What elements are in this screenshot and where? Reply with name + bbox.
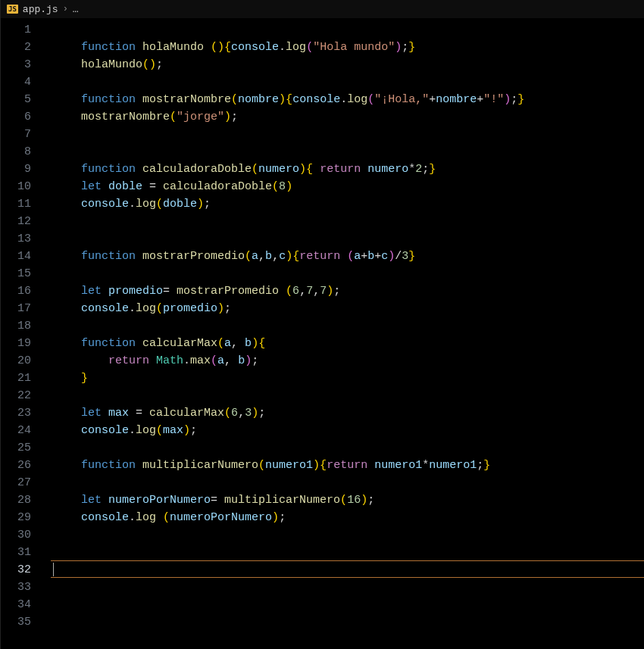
line-number-gutter[interactable]: 1234567891011121314151617181920212223242… (1, 18, 51, 649)
line-number[interactable]: 19 (1, 335, 51, 352)
breadcrumb[interactable]: JS app.js › … (1, 0, 644, 18)
line-number[interactable]: 18 (1, 317, 51, 335)
line-number[interactable]: 10 (1, 178, 51, 195)
code-line[interactable]: function calculadoraDoble(numero){ retur… (51, 161, 644, 178)
line-number[interactable]: 31 (1, 544, 51, 561)
code-line[interactable] (51, 560, 644, 578)
token-kw: function (81, 41, 142, 54)
code-line[interactable]: mostrarNombre("jorge"); (51, 108, 644, 126)
chevron-right-icon: › (63, 4, 68, 14)
token-p1: ) (252, 407, 258, 420)
line-number[interactable]: 32 (1, 561, 51, 579)
line-number[interactable]: 13 (1, 230, 51, 248)
line-number[interactable]: 34 (1, 596, 51, 613)
line-number[interactable]: 28 (1, 491, 51, 509)
code-line[interactable]: console.log(max); (51, 422, 644, 439)
line-number[interactable]: 14 (1, 248, 51, 265)
line-number[interactable]: 20 (1, 352, 51, 370)
code-line[interactable]: function mostrarNombre(nombre){console.l… (51, 91, 644, 108)
token-ret: return (320, 163, 367, 176)
code-line[interactable] (51, 612, 644, 629)
token-p1: { (306, 163, 313, 176)
code-line[interactable]: function holaMundo (){console.log("Hola … (51, 39, 644, 56)
line-number[interactable]: 5 (1, 91, 51, 108)
line-number[interactable]: 33 (1, 579, 51, 596)
code-line[interactable]: let promedio= mostrarPromedio (6,7,7); (51, 282, 644, 300)
code-line[interactable] (51, 317, 644, 335)
token-w (313, 163, 320, 176)
code-line[interactable]: let max = calcularMax(6,3); (51, 404, 644, 422)
token-w: . (340, 93, 347, 106)
code-line[interactable] (51, 265, 644, 282)
code-line[interactable]: let doble = calculadoraDoble(8) (51, 178, 644, 195)
token-p1: ( (252, 163, 258, 176)
line-number[interactable]: 21 (1, 370, 51, 387)
code-line[interactable]: holaMundo(); (51, 56, 644, 73)
code-line[interactable] (51, 594, 644, 612)
code-line[interactable]: function calcularMax(a, b){ (51, 335, 644, 352)
line-number[interactable]: 25 (1, 439, 51, 457)
line-number[interactable]: 6 (1, 108, 51, 126)
line-number[interactable]: 7 (1, 126, 51, 143)
line-number[interactable]: 30 (1, 526, 51, 544)
line-number[interactable]: 15 (1, 265, 51, 282)
token-w: ; (422, 163, 429, 176)
line-number[interactable]: 11 (1, 195, 51, 213)
code-line[interactable] (51, 73, 644, 91)
breadcrumb-rest[interactable]: … (73, 4, 79, 15)
code-line[interactable] (51, 439, 644, 457)
code-line[interactable] (51, 387, 644, 404)
line-number[interactable]: 29 (1, 509, 51, 526)
code-line[interactable] (51, 474, 644, 491)
code-line[interactable] (51, 577, 644, 594)
line-number[interactable]: 3 (1, 56, 51, 73)
line-number[interactable]: 22 (1, 387, 51, 404)
code-line[interactable]: console.log(doble); (51, 195, 644, 213)
token-w: + (361, 250, 367, 263)
line-number[interactable]: 8 (1, 143, 51, 161)
line-number[interactable]: 12 (1, 213, 51, 230)
code-line[interactable] (51, 143, 644, 161)
code-line[interactable]: return Math.max(a, b); (51, 352, 644, 370)
token-num: 3 (245, 407, 252, 420)
line-number[interactable]: 1 (1, 21, 51, 39)
line-number[interactable]: 4 (1, 73, 51, 91)
token-p2: ) (245, 354, 252, 367)
line-number[interactable]: 27 (1, 474, 51, 491)
code-line[interactable] (51, 213, 644, 230)
token-w: . (183, 354, 190, 367)
line-number[interactable]: 35 (1, 613, 51, 631)
token-p2: ( (306, 41, 313, 54)
code-line[interactable]: console.log (numeroPorNumero); (51, 509, 644, 526)
code-line[interactable] (51, 230, 644, 248)
code-lines[interactable]: function holaMundo (){console.log("Hola … (51, 18, 644, 649)
code-line[interactable]: function multiplicarNumero(numero1){retu… (51, 457, 644, 474)
code-line[interactable]: function mostrarPromedio(a,b,c){return (… (51, 248, 644, 265)
token-id: numero1 (429, 459, 477, 472)
token-p1: ) (327, 285, 333, 298)
code-line[interactable] (51, 544, 644, 561)
line-number[interactable]: 26 (1, 457, 51, 474)
breadcrumb-file[interactable]: app.js (23, 4, 58, 15)
code-line[interactable] (51, 526, 644, 544)
line-number[interactable]: 2 (1, 39, 51, 56)
line-number[interactable]: 16 (1, 282, 51, 300)
code-line[interactable]: console.log(promedio); (51, 300, 644, 317)
line-number[interactable]: 9 (1, 161, 51, 178)
code-line[interactable]: let numeroPorNumero= multiplicarNumero(1… (51, 491, 644, 509)
line-number[interactable]: 24 (1, 422, 51, 439)
code-line[interactable] (51, 21, 644, 39)
token-id: a (252, 250, 258, 263)
token-w: . (129, 511, 136, 524)
line-number[interactable]: 23 (1, 404, 51, 422)
code-area[interactable]: 1234567891011121314151617181920212223242… (1, 18, 644, 649)
line-number[interactable]: 17 (1, 300, 51, 317)
token-kw: let (81, 180, 108, 193)
token-w: . (129, 198, 136, 211)
token-id: console (231, 41, 279, 54)
code-line[interactable] (51, 126, 644, 143)
token-w: / (395, 250, 402, 263)
token-w: ; (231, 111, 238, 123)
token-num: 6 (292, 285, 299, 298)
code-line[interactable]: } (51, 370, 644, 387)
